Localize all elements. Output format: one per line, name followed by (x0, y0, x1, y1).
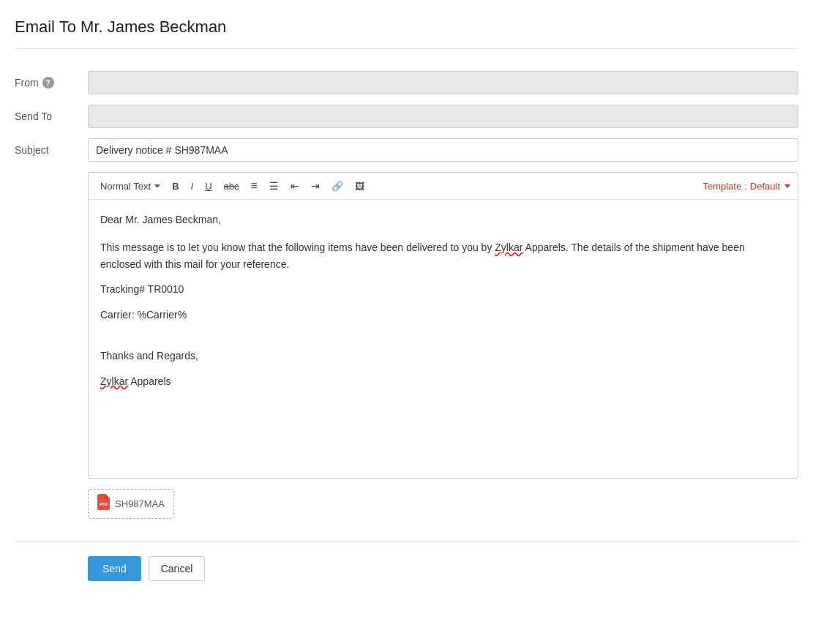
page-container: Email To Mr. James Beckman From ? Send T… (0, 0, 813, 606)
carrier-line: Carrier: %Carrier% (100, 307, 786, 323)
greeting-line: Dear Mr. James Beckman, (100, 211, 786, 228)
template-chevron-icon (784, 184, 790, 188)
send-to-row: Send To (15, 105, 798, 128)
subject-field (88, 138, 798, 162)
template-dropdown[interactable]: Template : Default (703, 181, 790, 192)
from-field (88, 71, 798, 94)
template-label: Template (703, 181, 741, 192)
bottom-divider (15, 541, 798, 542)
send-to-field (88, 105, 798, 128)
attachment-item[interactable]: PDF SH987MAA (88, 489, 174, 519)
send-to-input[interactable] (88, 105, 798, 128)
from-input[interactable] (88, 71, 798, 94)
attachment-filename: SH987MAA (115, 498, 165, 509)
normal-text-dropdown[interactable]: Normal Text (96, 179, 165, 194)
regards-line: Thanks and Regards, (100, 348, 786, 364)
attachment-area: PDF SH987MAA (88, 489, 798, 519)
body-paragraph: This message is to let you know that the… (100, 239, 786, 272)
signature-line: Zylkar Apparels (100, 373, 786, 389)
from-row: From ? (15, 71, 798, 94)
indent-left-button[interactable] (286, 178, 304, 194)
image-button[interactable] (351, 179, 369, 194)
indent-right-icon (311, 180, 320, 192)
zylkar-word-1: Zylkar (495, 242, 522, 253)
cancel-button[interactable]: Cancel (149, 556, 206, 581)
indent-right-button[interactable] (307, 178, 324, 194)
send-to-label: Send To (15, 111, 88, 122)
zylkar-word-2: Zylkar (100, 375, 128, 387)
subject-row: Subject (15, 138, 798, 162)
from-label: From ? (15, 77, 88, 89)
send-button[interactable]: Send (88, 556, 141, 581)
underline-button[interactable]: U (201, 179, 216, 194)
pdf-icon: PDF (97, 494, 110, 514)
form-container: From ? Send To Subject (15, 64, 798, 588)
bullet-list-icon (251, 179, 258, 192)
editor-body[interactable]: Dear Mr. James Beckman, This message is … (89, 200, 798, 478)
editor-toolbar: Normal Text B I U abc (89, 173, 798, 200)
numbered-list-button[interactable] (265, 178, 283, 194)
editor-container: Normal Text B I U abc (88, 172, 798, 479)
svg-text:PDF: PDF (100, 502, 108, 506)
tracking-line: Tracking# TR0010 (100, 281, 786, 297)
link-button[interactable] (327, 179, 348, 194)
link-icon (331, 181, 343, 192)
normal-text-chevron-icon (154, 184, 160, 188)
subject-input[interactable] (88, 138, 798, 162)
action-buttons: Send Cancel (15, 556, 798, 581)
numbered-list-icon (269, 180, 279, 192)
template-value: Default (750, 181, 780, 192)
italic-button[interactable]: I (187, 179, 198, 194)
strikethrough-button[interactable]: abc (220, 179, 244, 194)
subject-label: Subject (15, 144, 88, 156)
bold-button[interactable]: B (168, 179, 183, 194)
from-help-icon[interactable]: ? (42, 77, 54, 89)
bullet-list-button[interactable] (247, 177, 262, 195)
image-icon (355, 181, 364, 192)
page-title: Email To Mr. James Beckman (15, 18, 798, 49)
indent-left-icon (291, 180, 299, 192)
